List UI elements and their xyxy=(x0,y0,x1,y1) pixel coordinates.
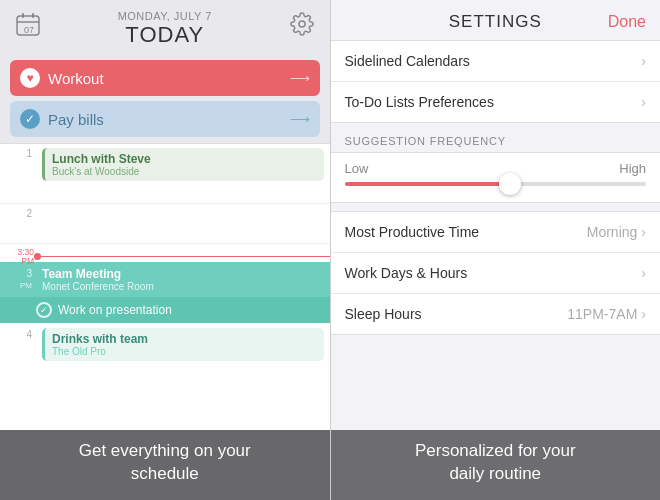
work-days-row[interactable]: Work Days & Hours › xyxy=(331,253,661,294)
time-row-2: 2 xyxy=(0,204,330,244)
todo-paybills-left: ✓ Pay bills xyxy=(20,109,104,129)
current-time-bar xyxy=(41,256,330,257)
team-sub: Monet Conference Room xyxy=(42,281,324,292)
team-title: Team Meeting xyxy=(42,267,324,281)
current-time-container: 3:30PM xyxy=(0,244,330,262)
settings-list: Sidelined Calendars › To-Do Lists Prefer… xyxy=(331,40,661,430)
team-time-label: 3PM xyxy=(0,262,36,297)
settings-title: SETTINGS xyxy=(449,12,542,32)
header-day-label: MONDAY, JULY 7 TODAY xyxy=(0,10,330,48)
time-2-content xyxy=(36,204,330,243)
calendar-icon[interactable]: 07 xyxy=(14,12,42,40)
left-caption-text: Get everything on yourschedule xyxy=(16,440,314,486)
slider-thumb[interactable] xyxy=(499,173,521,195)
paybills-check-icon: ✓ xyxy=(20,109,40,129)
slider-low-label: Low xyxy=(345,161,369,176)
workout-label: Workout xyxy=(48,70,104,87)
sleep-chevron: › xyxy=(641,306,646,322)
team-content: Team Meeting Monet Conference Room xyxy=(36,262,330,297)
sidelined-chevron: › xyxy=(641,53,646,69)
left-panel: 07 MONDAY, JULY 7 TODAY ♥ Workout xyxy=(0,0,330,500)
todo-paybills[interactable]: ✓ Pay bills ⟶ xyxy=(10,101,320,137)
sleep-hours-row[interactable]: Sleep Hours 11PM-7AM › xyxy=(331,294,661,334)
drinks-event[interactable]: Drinks with team The Old Pro xyxy=(42,328,324,361)
svg-text:07: 07 xyxy=(24,25,34,35)
drinks-content: Drinks with team The Old Pro xyxy=(36,323,330,366)
right-panel: SETTINGS Done Sidelined Calendars › To-D… xyxy=(331,0,661,500)
lunch-event[interactable]: Lunch with Steve Buck's at Woodside xyxy=(42,148,324,181)
drinks-time-label: 4 xyxy=(0,323,36,366)
work-check-icon xyxy=(36,302,52,318)
current-time-dot xyxy=(34,253,41,260)
sidelined-label: Sidelined Calendars xyxy=(345,53,642,69)
sidelined-calendars-row[interactable]: Sidelined Calendars › xyxy=(331,41,661,82)
productive-value: Morning xyxy=(587,224,638,240)
suggestion-header-label: SUGGESTION FREQUENCY xyxy=(331,123,661,152)
work-text: Work on presentation xyxy=(58,303,172,317)
suggestion-section: Low High xyxy=(331,152,661,203)
time-2: 2 xyxy=(0,204,36,243)
svg-rect-2 xyxy=(22,13,24,18)
done-button[interactable]: Done xyxy=(608,13,646,31)
right-caption-text: Personalized for yourdaily routine xyxy=(347,440,645,486)
current-time-line xyxy=(0,253,330,260)
bottom-settings-section: Most Productive Time Morning › Work Days… xyxy=(331,211,661,335)
lunch-sub: Buck's at Woodside xyxy=(52,166,317,177)
todo-pref-chevron: › xyxy=(641,94,646,110)
workout-heart-icon: ♥ xyxy=(20,68,40,88)
lunch-title: Lunch with Steve xyxy=(52,152,317,166)
calendar-scroll: 1 Lunch with Steve Buck's at Woodside 2 … xyxy=(0,143,330,430)
slider-track[interactable] xyxy=(345,182,647,186)
todo-pref-label: To-Do Lists Preferences xyxy=(345,94,642,110)
today-text: TODAY xyxy=(0,22,330,48)
productive-time-row[interactable]: Most Productive Time Morning › xyxy=(331,212,661,253)
left-caption: Get everything on yourschedule xyxy=(0,430,330,500)
sleep-label: Sleep Hours xyxy=(345,306,568,322)
slider-labels: Low High xyxy=(345,161,647,176)
productive-chevron: › xyxy=(641,224,646,240)
day-text: MONDAY, JULY 7 xyxy=(0,10,330,22)
drinks-sub: The Old Pro xyxy=(52,346,317,357)
time-row-1: 1 Lunch with Steve Buck's at Woodside xyxy=(0,144,330,204)
time-1-content: Lunch with Steve Buck's at Woodside xyxy=(36,144,330,203)
sleep-value: 11PM-7AM xyxy=(567,306,637,322)
svg-rect-3 xyxy=(32,13,34,18)
right-caption: Personalized for yourdaily routine xyxy=(331,430,661,500)
slider-high-label: High xyxy=(619,161,646,176)
slider-fill xyxy=(345,182,511,186)
drinks-title: Drinks with team xyxy=(52,332,317,346)
todo-list: ♥ Workout ⟶ ✓ Pay bills ⟶ xyxy=(0,54,330,143)
work-presentation-row[interactable]: Work on presentation xyxy=(0,297,330,323)
workout-arrow: ⟶ xyxy=(290,70,310,86)
workdays-chevron: › xyxy=(641,265,646,281)
todo-workout[interactable]: ♥ Workout ⟶ xyxy=(10,60,320,96)
main-container: 07 MONDAY, JULY 7 TODAY ♥ Workout xyxy=(0,0,660,500)
settings-header: SETTINGS Done xyxy=(331,0,661,40)
todo-preferences-row[interactable]: To-Do Lists Preferences › xyxy=(331,82,661,122)
suggestion-section-header: SUGGESTION FREQUENCY xyxy=(331,123,661,152)
top-settings-section: Sidelined Calendars › To-Do Lists Prefer… xyxy=(331,40,661,123)
time-1: 1 xyxy=(0,144,36,203)
team-meeting-row: 3PM Team Meeting Monet Conference Room xyxy=(0,262,330,297)
paybills-label: Pay bills xyxy=(48,111,104,128)
slider-row: Low High xyxy=(331,153,661,202)
drinks-row: 4 Drinks with team The Old Pro xyxy=(0,323,330,366)
productive-label: Most Productive Time xyxy=(345,224,587,240)
left-header: 07 MONDAY, JULY 7 TODAY xyxy=(0,0,330,54)
paybills-arrow: ⟶ xyxy=(290,111,310,127)
todo-workout-left: ♥ Workout xyxy=(20,68,104,88)
workdays-label: Work Days & Hours xyxy=(345,265,638,281)
gear-icon[interactable] xyxy=(288,12,316,40)
